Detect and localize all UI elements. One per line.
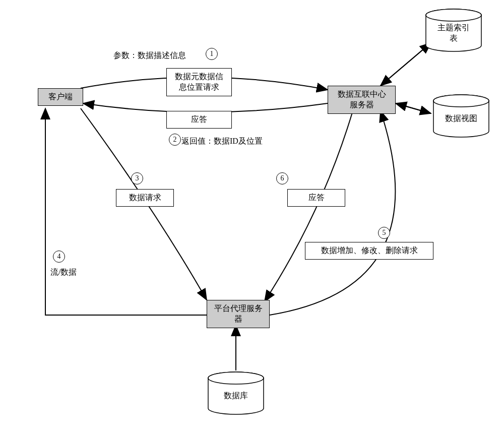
svg-point-6 [208, 372, 264, 384]
response2-box: 应答 [287, 189, 345, 207]
data-view-label: 数据视图 [445, 114, 477, 122]
data-request-label: 数据请求 [129, 193, 161, 202]
topic-index-line1: 主题索引 [437, 23, 470, 32]
svg-point-4 [433, 95, 489, 107]
svg-point-2 [426, 9, 481, 21]
database-label: 数据库 [224, 391, 248, 400]
metadata-req-line2: 息位置请求 [179, 83, 219, 91]
proxy-server-node: 平台代理服务 器 [207, 300, 270, 328]
client-label: 客户端 [48, 92, 73, 101]
response1-box: 应答 [166, 111, 232, 129]
topic-index-line2: 表 [450, 34, 458, 42]
step-2: 2 [169, 134, 181, 146]
step-5: 5 [378, 227, 390, 239]
params-label: 参数：数据描述信息 [113, 50, 186, 61]
crud-request-label: 数据增加、修改、删除请求 [321, 246, 418, 255]
step-4: 4 [53, 251, 65, 263]
data-request-box: 数据请求 [116, 189, 174, 207]
flow-data-label: 流/数据 [50, 267, 77, 278]
metadata-request-box: 数据元数据信 息位置请求 [166, 68, 232, 96]
crud-request-box: 数据增加、修改、删除请求 [305, 242, 433, 260]
return-value-label: 返回值：数据ID及位置 [181, 136, 263, 147]
response1-label: 应答 [191, 115, 207, 123]
interconnect-server-node: 数据互联中心 服务器 [328, 86, 396, 114]
step-6: 6 [276, 172, 288, 184]
step-3: 3 [131, 172, 143, 184]
topic-index-cylinder: 主题索引 表 [423, 8, 484, 55]
database-cylinder: 数据库 [206, 370, 266, 418]
interconnect-line2: 服务器 [350, 100, 374, 109]
proxy-line1: 平台代理服务 [214, 304, 263, 313]
arrows-layer [0, 0, 504, 434]
proxy-line2: 器 [234, 315, 242, 323]
step-1: 1 [206, 48, 218, 60]
interconnect-line1: 数据互联中心 [338, 90, 386, 98]
metadata-req-line1: 数据元数据信 [175, 72, 223, 81]
data-view-cylinder: 数据视图 [431, 93, 491, 141]
client-node: 客户端 [38, 88, 83, 106]
response2-label: 应答 [308, 193, 325, 202]
